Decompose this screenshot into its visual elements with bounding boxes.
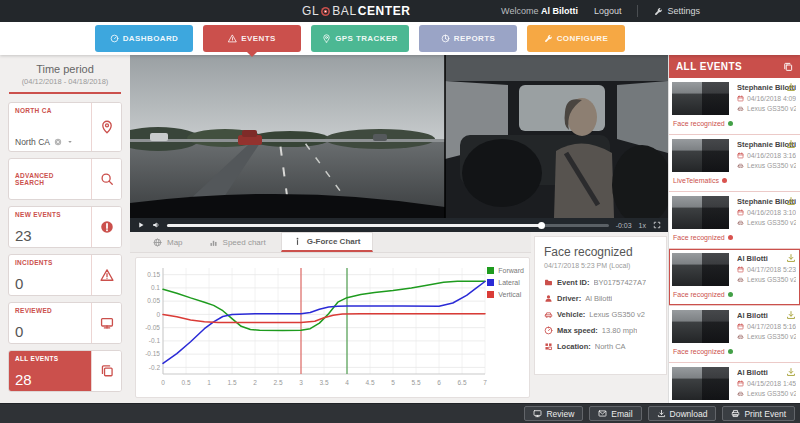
svg-text:4: 4	[345, 379, 349, 386]
event-type-badge: Face recognized	[673, 291, 733, 298]
center-section: -0:03 1x Map Speed chart G-Force Chart 0…	[130, 55, 668, 403]
warning-triangle-icon	[228, 34, 237, 43]
event-vehicle: Lexus GS350 v2	[747, 390, 796, 397]
volume-button[interactable]	[152, 221, 160, 229]
settings-link[interactable]: Settings	[654, 6, 700, 16]
tab-configure[interactable]: CONFIGURE	[527, 25, 625, 52]
tab-events[interactable]: EVENTS	[203, 25, 301, 52]
sidebar-card-label: ALL EVENTS	[15, 355, 85, 362]
tab-gps-tracker[interactable]: GPS TRACKER	[311, 25, 409, 52]
tab-g-force-chart[interactable]: G-Force Chart	[281, 232, 373, 252]
svg-text:4.5: 4.5	[365, 379, 374, 386]
status-dot	[728, 121, 733, 126]
welcome-text: Welcome Al Bilotti	[501, 6, 578, 16]
svg-text:0.05: 0.05	[147, 297, 160, 304]
video-player[interactable]	[130, 55, 668, 218]
download-icon[interactable]	[786, 253, 796, 263]
globe-icon	[153, 238, 162, 247]
event-list-item[interactable]: Stephanie Bilotti 04/16/2018 4:09 PM Lex…	[669, 78, 800, 135]
event-vehicle: Lexus GS350 v2	[747, 162, 796, 169]
car-icon	[737, 219, 744, 226]
detail-row-vehicle: Vehicle Lexus GS350 v2	[544, 310, 657, 319]
event-type-label: Face recognized	[673, 234, 725, 241]
sidebar-card-reviewed[interactable]: REVIEWED 0	[8, 302, 122, 344]
status-dot	[728, 235, 733, 240]
all-events-panel: ALL EVENTS Stephanie Bilotti 04/16/2018 …	[668, 55, 800, 423]
all-events-header: ALL EVENTS	[669, 55, 800, 78]
folder-icon	[544, 278, 553, 287]
event-type-badge: Face recognized	[673, 120, 733, 127]
svg-text:-0.1: -0.1	[149, 337, 161, 344]
event-datetime: 04/16/2018 4:09 PM	[747, 95, 796, 102]
wrench-icon	[654, 7, 663, 16]
event-list-item[interactable]: Al Bilotti 04/17/2018 5:16 PM Lexus GS35…	[669, 306, 800, 363]
monitor-icon	[100, 316, 114, 330]
calendar-icon	[737, 209, 744, 216]
main-nav: DASHBOARD EVENTS GPS TRACKER REPORTS CON…	[0, 22, 800, 55]
region-select-value: North CA	[15, 137, 50, 147]
event-type-label: LiveTelematics	[673, 177, 719, 184]
print-event-button[interactable]: Print Event	[722, 406, 795, 421]
tab-map[interactable]: Map	[142, 232, 194, 252]
map-pin-icon	[322, 34, 331, 43]
svg-text:0: 0	[161, 379, 165, 386]
event-list-item[interactable]: Al Bilotti 04/17/2018 5:23 PM Lexus GS35…	[669, 249, 800, 306]
car-icon	[737, 162, 744, 169]
download-icon[interactable]	[786, 367, 796, 377]
fullscreen-button[interactable]	[653, 221, 661, 229]
warning-triangle-icon	[100, 268, 114, 282]
play-button[interactable]	[137, 221, 145, 229]
dashcam-road-view	[130, 55, 445, 218]
review-button[interactable]: Review	[524, 406, 583, 421]
logout-link[interactable]: Logout	[594, 6, 622, 16]
copy-icon[interactable]	[783, 62, 793, 72]
playback-rate-button[interactable]: 1x	[639, 222, 646, 229]
detail-row-driver: Driver Al Bilotti	[544, 294, 657, 303]
event-list-item[interactable]: Stephanie Bilotti 04/16/2018 3:16 PM Lex…	[669, 135, 800, 192]
sidebar-card-new-events[interactable]: NEW EVENTS 23	[8, 206, 122, 248]
event-datetime: 04/17/2018 5:23 PM	[747, 266, 796, 273]
tab-speed-chart[interactable]: Speed chart	[198, 232, 277, 252]
email-button[interactable]: Email	[589, 406, 641, 421]
event-datetime: 04/16/2018 3:10 PM	[747, 209, 796, 216]
sidebar-card-incidents[interactable]: INCIDENTS 0	[8, 254, 122, 296]
event-vehicle: Lexus GS350 v2	[747, 105, 796, 112]
alert-circle-icon	[100, 220, 114, 234]
download-icon[interactable]	[786, 139, 796, 149]
video-controls: -0:03 1x	[130, 218, 668, 232]
event-list-item[interactable]: Stephanie Bilotti 04/16/2018 3:10 PM Lex…	[669, 192, 800, 249]
legend-label: Vertical	[498, 291, 521, 298]
svg-text:5: 5	[391, 379, 395, 386]
svg-text:0.1: 0.1	[151, 284, 160, 291]
download-icon[interactable]	[786, 310, 796, 320]
video-progress-bar[interactable]	[167, 224, 609, 227]
time-period-range: (04/12/2018 - 04/18/2018)	[8, 77, 122, 86]
region-select[interactable]: North CA	[15, 137, 85, 147]
tab-reports[interactable]: REPORTS	[419, 25, 517, 52]
sidebar-card-advanced-search[interactable]: ADVANCED SEARCH	[8, 158, 122, 200]
download-button[interactable]: Download	[648, 406, 717, 421]
car-icon	[544, 310, 553, 319]
event-thumbnail	[672, 253, 729, 286]
gforce-chart: 0.150.10.050-0.05-0.1-0.15-0.200.511.522…	[137, 260, 497, 396]
sidebar-card-label: ADVANCED SEARCH	[15, 172, 85, 186]
sidebar-card-all-events[interactable]: ALL EVENTS 28	[8, 350, 122, 392]
svg-text:0.15: 0.15	[147, 271, 160, 278]
footer-buttons: Review Email Download Print Event	[524, 406, 795, 421]
target-icon	[320, 6, 331, 17]
download-icon[interactable]	[786, 82, 796, 92]
sidebar-stat-cards: ADVANCED SEARCH NEW EVENTS 23 INCIDENTS …	[8, 158, 122, 392]
caret-down-icon[interactable]	[66, 138, 74, 146]
event-type-label: Face recognized	[673, 120, 725, 127]
download-icon[interactable]	[786, 196, 796, 206]
svg-text:-0.15: -0.15	[145, 350, 160, 357]
svg-text:6: 6	[437, 379, 441, 386]
bottom-action-bar: Review Email Download Print Event	[0, 403, 800, 423]
clear-icon[interactable]	[54, 138, 62, 146]
map-marker-icon	[100, 120, 114, 134]
tab-dashboard[interactable]: DASHBOARD	[95, 25, 193, 52]
event-thumbnail	[672, 82, 729, 115]
event-details-card: Face recognized 04/17/2018 5:23 PM (Loca…	[534, 236, 667, 375]
event-vehicle: Lexus GS350 v2	[747, 276, 796, 283]
progress-handle[interactable]	[538, 222, 545, 229]
